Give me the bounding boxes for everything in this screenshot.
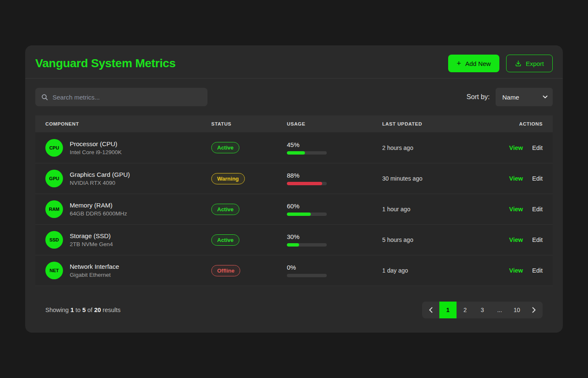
usage-bar-fill [287,182,322,185]
usage-percent: 30% [287,233,382,240]
component-text: Processor (CPU) Intel Core i9-12900K [70,140,122,155]
view-link[interactable]: View [509,144,523,151]
pagination: 1 2 3 ... 10 [422,302,543,318]
add-new-label: Add New [465,60,491,67]
edit-link[interactable]: Edit [532,236,543,243]
table-row: GPU Graphics Card (GPU) NVIDIA RTX 4090 … [35,163,553,194]
summary-suffix: results [102,307,121,313]
component-avatar: SSD [45,231,63,249]
prev-page-button[interactable] [422,302,439,318]
view-link[interactable]: View [509,236,523,243]
status-badge: Active [211,204,239,215]
component-name: Processor (CPU) [70,140,122,147]
search-box[interactable] [35,88,207,106]
usage-bar [287,243,327,247]
status-cell: Active [211,142,287,153]
table-row: NET Network Interface Gigabit Ethernet O… [35,255,553,286]
next-page-button[interactable] [525,302,543,318]
component-text: Storage (SSD) 2TB NVMe Gen4 [70,232,113,247]
sort-select[interactable]: Name [496,88,553,106]
column-header-component: COMPONENT [45,121,211,126]
edit-link[interactable]: Edit [532,267,543,274]
sort-label: Sort by: [467,93,490,101]
status-cell: Active [211,204,287,215]
component-text: Network Interface Gigabit Ethernet [70,263,119,278]
edit-link[interactable]: Edit [532,175,543,182]
component-avatar: GPU [45,170,63,187]
component-avatar: CPU [45,139,63,157]
component-avatar: RAM [45,200,63,218]
usage-cell: 60% [287,202,382,216]
usage-bar-fill [287,213,311,216]
component-detail: 2TB NVMe Gen4 [70,241,113,247]
summary-end: 5 [82,307,86,313]
usage-percent: 45% [287,141,382,148]
component-cell: SSD Storage (SSD) 2TB NVMe Gen4 [45,231,211,249]
toolbar: Sort by: Name [25,79,563,116]
component-avatar: NET [45,262,63,279]
usage-cell: 45% [287,141,382,155]
edit-link[interactable]: Edit [532,206,543,213]
table-header-row: COMPONENT STATUS USAGE LAST UPDATED ACTI… [35,116,553,132]
column-header-last-updated: LAST UPDATED [382,121,491,126]
usage-bar [287,213,327,216]
component-text: Memory (RAM) 64GB DDR5 6000MHz [70,202,127,217]
search-icon [41,94,48,101]
component-cell: RAM Memory (RAM) 64GB DDR5 6000MHz [45,200,211,218]
component-detail: 64GB DDR5 6000MHz [70,210,127,217]
summary-of: of [87,307,92,313]
actions-cell: View Edit [491,206,543,213]
status-badge: Offline [211,265,240,276]
status-cell: Active [211,234,287,246]
page-title: Vanguard System Metrics [35,57,176,70]
view-link[interactable]: View [509,206,523,213]
component-cell: NET Network Interface Gigabit Ethernet [45,262,211,279]
usage-percent: 60% [287,202,382,210]
usage-cell: 88% [287,172,382,185]
page-ellipsis: ... [491,302,508,318]
view-link[interactable]: View [509,175,523,182]
actions-cell: View Edit [491,236,543,243]
component-name: Memory (RAM) [70,202,127,209]
chevron-right-icon [532,307,536,313]
table-row: CPU Processor (CPU) Intel Core i9-12900K… [35,132,553,163]
chevron-left-icon [429,307,433,313]
last-updated: 2 hours ago [382,144,491,151]
metrics-card: Vanguard System Metrics + Add New Export… [25,45,563,333]
last-updated: 1 hour ago [382,206,491,213]
header-actions: + Add New Export [448,55,553,72]
component-detail: Intel Core i9-12900K [70,149,122,155]
edit-link[interactable]: Edit [532,144,543,151]
component-text: Graphics Card (GPU) NVIDIA RTX 4090 [70,171,130,186]
status-cell: Offline [211,265,287,276]
summary-total: 20 [94,307,101,313]
export-label: Export [526,60,544,67]
component-cell: CPU Processor (CPU) Intel Core i9-12900K [45,139,211,157]
usage-percent: 88% [287,172,382,179]
usage-cell: 0% [287,264,382,277]
component-cell: GPU Graphics Card (GPU) NVIDIA RTX 4090 [45,170,211,187]
page-button-3[interactable]: 3 [474,302,491,318]
results-summary: Showing 1 to 5 of 20 results [45,307,121,313]
summary-to: to [76,307,81,313]
status-cell: Warning [211,173,287,184]
page-button-10[interactable]: 10 [508,302,525,318]
actions-cell: View Edit [491,267,543,274]
component-name: Storage (SSD) [70,232,113,239]
usage-bar [287,182,327,185]
page-button-1[interactable]: 1 [439,302,457,318]
table-row: SSD Storage (SSD) 2TB NVMe Gen4 Active 3… [35,224,553,255]
view-link[interactable]: View [509,267,523,274]
add-new-button[interactable]: + Add New [448,55,499,72]
table-row: RAM Memory (RAM) 64GB DDR5 6000MHz Activ… [35,194,553,224]
metrics-table: COMPONENT STATUS USAGE LAST UPDATED ACTI… [35,116,553,286]
summary-start: 1 [71,307,74,313]
component-name: Network Interface [70,263,119,270]
page-button-2[interactable]: 2 [457,302,474,318]
export-button[interactable]: Export [506,55,553,72]
search-input[interactable] [52,94,202,101]
actions-cell: View Edit [491,144,543,151]
component-name: Graphics Card (GPU) [70,171,130,178]
usage-percent: 0% [287,264,382,271]
component-detail: Gigabit Ethernet [70,272,119,278]
